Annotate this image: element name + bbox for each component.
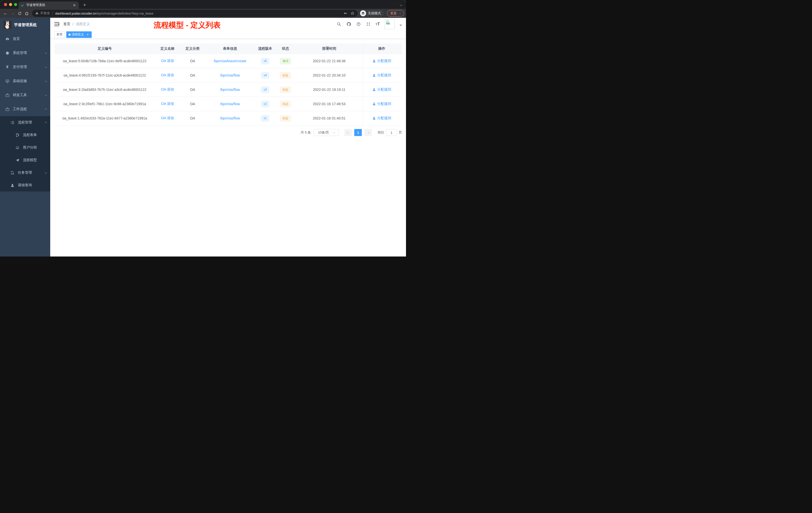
definition-name-link[interactable]: OA 请假 (161, 116, 174, 120)
person-icon (372, 73, 376, 77)
sidebar-logo[interactable]: 芋道管理系统 (0, 18, 50, 32)
form-link[interactable]: /bpm/oa/flow (220, 73, 240, 77)
column-header-3: 表单信息 (205, 43, 255, 54)
version-badge: v1 (261, 115, 269, 121)
minimize-window-button[interactable] (9, 3, 12, 6)
chevron-down-icon (45, 65, 47, 68)
sidebar-item-home[interactable]: 首页 (0, 32, 50, 46)
sidebar-item-process-model[interactable]: 流程模型 (0, 154, 50, 167)
sidebar-item-label: 基础设施 (13, 79, 42, 83)
table-row: oa_leave:3:1fad3d93-7b75-11ec-a3c8-acde4… (55, 83, 402, 97)
definition-category: OA (180, 97, 205, 111)
definition-id: oa_leave:2:3c1f0ef1-76b1-11ec-9c66-a2380… (55, 97, 155, 111)
font-size-icon[interactable]: TT (376, 22, 380, 27)
address-bar[interactable]: 不安全 dashboard.yudao.iocoder.cn/bpm/manag… (32, 10, 357, 17)
table-row: oa_leave:4:991f2193-7b7f-11ec-a3c8-acde4… (55, 68, 402, 83)
update-label: 更新 (390, 11, 397, 16)
chevron-down-icon (45, 94, 47, 96)
column-header-6: 部署时间 (295, 43, 363, 54)
tab-title: 芋道管理系统 (26, 3, 70, 7)
sidebar-item-devtools[interactable]: 研发工具 (0, 88, 50, 102)
tag-close-icon[interactable]: × (86, 33, 89, 36)
table-header: 定义编号定义名称定义分类表单信息流程版本状态部署时间操作 (55, 43, 402, 54)
browser-tab[interactable]: 芋道管理系统 ✕ (19, 1, 79, 9)
new-tab-button[interactable]: + (81, 2, 88, 8)
avatar-caret-icon[interactable] (400, 25, 402, 27)
current-page-button[interactable]: 1 (354, 129, 362, 136)
security-label[interactable]: 不安全 (40, 11, 50, 16)
deploy-time: 2022-01-22 21:48:38 (295, 54, 363, 68)
definition-name-link[interactable]: OA 请假 (161, 59, 174, 63)
tag-1[interactable]: 流程定义× (66, 31, 92, 38)
status-badge: 挂起 (280, 87, 291, 93)
assign-rule-link[interactable]: 分配规则 (377, 73, 391, 78)
sidebar-item-user-group[interactable]: 用户分组 (0, 141, 50, 154)
avatar[interactable] (385, 19, 395, 29)
back-button[interactable]: ← (2, 10, 9, 17)
chevron-down-icon[interactable] (400, 2, 402, 7)
incognito-label: 无痕模式 (368, 11, 381, 16)
tags-view: 首页流程定义× (50, 30, 406, 39)
assign-rule-link[interactable]: 分配规则 (377, 116, 391, 120)
sidebar-item-label: 流程管理 (18, 120, 42, 125)
person-icon (372, 59, 376, 63)
assign-rule-link[interactable]: 分配规则 (377, 87, 391, 92)
plane-icon (15, 158, 20, 162)
list-icon (10, 120, 14, 125)
reload-button[interactable] (16, 10, 23, 17)
bookmark-star-icon[interactable] (350, 11, 354, 15)
tag-0[interactable]: 首页 (54, 31, 65, 38)
person-icon (372, 117, 376, 120)
sidebar-item-process-mgmt[interactable]: 流程管理 (0, 116, 50, 129)
assign-rule-link[interactable]: 分配规则 (377, 102, 391, 106)
update-button[interactable]: 更新 ⋮ (387, 10, 404, 17)
sidebar-item-label: 支付管理 (13, 65, 42, 69)
sidebar-item-workflow[interactable]: 工作流程 (0, 102, 50, 116)
table-row: oa_leave:2:3c1f0ef1-76b1-11ec-9c66-a2380… (55, 97, 402, 111)
forward-button[interactable]: → (9, 10, 16, 17)
hamburger-icon[interactable] (54, 22, 59, 26)
browser-toolbar: ← → 不安全 dashboard.yudao.iocoder.cn/bpm/m… (0, 9, 406, 18)
prev-page-button[interactable] (344, 129, 352, 136)
pagination: 共 5 条 10条/页 1 前往 页 (55, 129, 402, 136)
page-size-select[interactable]: 10条/页 (314, 129, 339, 136)
browser-menu-icon[interactable]: ⋮ (399, 11, 402, 15)
deploy-time: 2022-01-16 17:46:53 (295, 97, 363, 111)
tag-label: 流程定义 (72, 32, 84, 37)
sidebar-item-infra[interactable]: 基础设施 (0, 74, 50, 88)
definition-name-link[interactable]: OA 请假 (161, 73, 174, 78)
assign-rule-link[interactable]: 分配规则 (377, 59, 391, 63)
definition-category: OA (180, 68, 205, 82)
password-key-icon[interactable] (344, 11, 348, 15)
definition-name-link[interactable]: OA 请假 (161, 87, 174, 92)
form-link[interactable]: /bpm/oa/leave/create (214, 59, 246, 63)
search-icon[interactable] (337, 22, 342, 27)
form-link[interactable]: /bpm/oa/flow (220, 102, 240, 106)
help-icon[interactable] (356, 22, 361, 27)
sidebar-item-task-mgmt[interactable]: 任务管理 (0, 167, 50, 179)
sidebar-item-process-form[interactable]: 流程表单 (0, 129, 50, 141)
sidebar-item-system[interactable]: 系统管理 (0, 46, 50, 60)
fullscreen-icon[interactable] (366, 22, 371, 27)
definition-category: OA (180, 83, 205, 97)
dashboard-icon (5, 37, 9, 41)
github-icon[interactable] (346, 22, 351, 27)
definition-name-link[interactable]: OA 请假 (161, 102, 174, 106)
close-window-button[interactable] (4, 3, 7, 6)
zoom-window-button[interactable] (14, 3, 17, 6)
sidebar-item-label: 系统管理 (13, 51, 42, 55)
deploy-time: 2022-01-22 20:34:10 (295, 68, 363, 82)
form-link[interactable]: /bpm/oa/flow (220, 88, 240, 92)
goto-page-input[interactable] (386, 129, 397, 136)
pagination-total: 共 5 条 (301, 130, 311, 135)
home-button[interactable] (23, 10, 30, 17)
briefcase-icon (5, 107, 9, 112)
form-link[interactable]: /bpm/oa/flow (220, 116, 240, 120)
sidebar-item-leave-query[interactable]: 请假查询 (0, 179, 50, 191)
sidebar-item-pay[interactable]: ¥支付管理 (0, 60, 50, 74)
next-page-button[interactable] (364, 129, 372, 136)
tab-close-icon[interactable]: ✕ (72, 3, 76, 7)
breadcrumb-home[interactable]: 首页 (63, 22, 70, 26)
tab-strip: 芋道管理系统 ✕ + (0, 0, 406, 9)
sidebar-item-label: 工作流程 (13, 107, 42, 112)
